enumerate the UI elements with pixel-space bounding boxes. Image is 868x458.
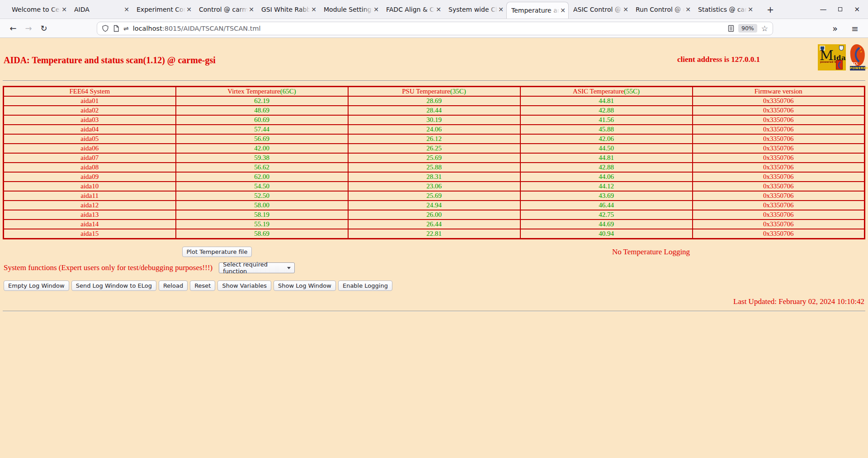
tab-close-icon[interactable]: ✕	[61, 6, 67, 13]
plot-temperature-file-button[interactable]: Plot Temperature file	[182, 247, 252, 257]
chevron-down-icon	[287, 267, 291, 269]
system-cell: aida07	[4, 153, 176, 163]
virtex-cell: 55.19	[176, 220, 348, 229]
browser-tab[interactable]: System wide Che✕	[444, 0, 506, 19]
permissions-icon[interactable]: ⇌	[123, 25, 129, 32]
toolbar-right: » ≡	[827, 21, 863, 36]
psu-cell: 22.81	[348, 229, 520, 239]
tab-close-icon[interactable]: ✕	[685, 6, 691, 13]
firmware-cell: 0x3350706	[693, 201, 865, 210]
function-select[interactable]: Select required function	[219, 262, 295, 273]
psu-cell: 23.06	[348, 182, 520, 191]
asic-cell: 40.94	[520, 229, 693, 239]
reload-icon[interactable]: ↻	[36, 21, 52, 36]
table-row: aida0360.6930.1941.560x3350706	[4, 115, 865, 125]
browser-tab[interactable]: Statistics @ carm✕	[693, 0, 756, 19]
tab-close-icon[interactable]: ✕	[249, 6, 254, 13]
browser-tab[interactable]: Welcome to Cent✕	[7, 0, 70, 19]
system-cell: aida02	[4, 106, 176, 115]
tab-close-icon[interactable]: ✕	[498, 6, 504, 13]
browser-tab[interactable]: Temperature and✕	[506, 2, 569, 19]
maximize-icon[interactable]	[838, 7, 842, 11]
browser-tab[interactable]: Experiment Contr✕	[132, 0, 194, 19]
tab-close-icon[interactable]: ✕	[186, 6, 192, 13]
back-icon[interactable]: ←	[5, 21, 21, 36]
table-row: aida1558.6922.8140.940x3350706	[4, 229, 865, 239]
enable-logging-button[interactable]: Enable Logging	[338, 280, 392, 291]
system-cell: aida11	[4, 191, 176, 201]
tab-close-icon[interactable]: ✕	[748, 6, 753, 13]
tab-title: Experiment Contr	[137, 5, 185, 14]
virtex-cell: 52.50	[176, 191, 348, 201]
page-info-icon[interactable]	[113, 25, 119, 32]
tab-title: Module Settings	[324, 5, 373, 14]
top-divider	[3, 80, 865, 81]
psu-cell: 26.00	[348, 210, 520, 220]
tab-close-icon[interactable]: ✕	[373, 6, 379, 13]
column-header: Virtex Temperature(65C)	[176, 87, 348, 97]
tab-close-icon[interactable]: ✕	[311, 6, 316, 13]
empty-log-window-button[interactable]: Empty Log Window	[4, 280, 69, 291]
virtex-cell: 42.00	[176, 144, 348, 153]
firmware-cell: 0x3350706	[693, 210, 865, 220]
psu-cell: 30.19	[348, 115, 520, 125]
send-log-window-to-elog-button[interactable]: Send Log Window to ELog	[71, 280, 156, 291]
asic-cell: 41.56	[520, 115, 693, 125]
system-cell: aida13	[4, 210, 176, 220]
overflow-menu-icon[interactable]: »	[827, 21, 843, 36]
tab-strip: Welcome to Cent✕AIDA✕Experiment Contr✕Co…	[0, 0, 868, 19]
table-row: aida1455.1926.4444.690x3350706	[4, 220, 865, 229]
window-close-icon[interactable]: ✕	[854, 5, 860, 14]
reader-mode-icon[interactable]	[728, 25, 734, 32]
tcl-logo: TCL POWERED	[850, 44, 865, 70]
forward-icon[interactable]: →	[21, 21, 36, 36]
system-cell: aida08	[4, 163, 176, 172]
reload-button[interactable]: Reload	[159, 280, 188, 291]
browser-tab[interactable]: Control @ carme✕	[194, 0, 257, 19]
tab-title: Run Control @ ca	[636, 5, 684, 14]
psu-cell: 26.44	[348, 220, 520, 229]
tab-title: System wide Che	[448, 5, 497, 14]
virtex-cell: 56.62	[176, 163, 348, 172]
browser-tab[interactable]: FADC Align & Co✕	[382, 0, 444, 19]
bookmark-star-icon[interactable]: ☆	[761, 24, 768, 33]
browser-tab[interactable]: Module Settings✕	[319, 0, 382, 19]
firmware-cell: 0x3350706	[693, 144, 865, 153]
reset-button[interactable]: Reset	[190, 280, 215, 291]
shield-icon[interactable]	[102, 25, 109, 32]
tab-close-icon[interactable]: ✕	[124, 6, 129, 13]
new-tab-button[interactable]: +	[763, 0, 778, 19]
table-row: aida1258.0024.9446.440x3350706	[4, 201, 865, 210]
tab-close-icon[interactable]: ✕	[436, 6, 441, 13]
tab-close-icon[interactable]: ✕	[560, 7, 566, 14]
url-bar[interactable]: ⇌ localhost:8015/AIDA/TSCAN/TSCAN.tml 90…	[97, 22, 773, 35]
system-cell: aida03	[4, 115, 176, 125]
asic-cell: 44.12	[520, 182, 693, 191]
tab-title: FADC Align & Co	[386, 5, 435, 14]
tab-title: Statistics @ carm	[698, 5, 747, 14]
midas-tcl-mini-icon	[836, 60, 843, 70]
browser-tab[interactable]: AIDA✕	[70, 0, 132, 19]
firmware-cell: 0x3350706	[693, 125, 865, 134]
psu-cell: 25.88	[348, 163, 520, 172]
zoom-level-badge[interactable]: 90%	[738, 24, 757, 33]
table-row: aida0248.6928.4442.880x3350706	[4, 106, 865, 115]
url-text[interactable]: localhost:8015/AIDA/TSCAN/TSCAN.tml	[133, 25, 724, 32]
table-row: aida0962.0028.3144.060x3350706	[4, 172, 865, 182]
hamburger-menu-icon[interactable]: ≡	[847, 21, 863, 36]
client-address: client address is 127.0.0.1	[677, 55, 760, 64]
minimize-icon[interactable]: —	[820, 5, 826, 14]
table-row: aida0642.0026.2544.500x3350706	[4, 144, 865, 153]
psu-cell: 28.69	[348, 96, 520, 106]
system-functions-label: System functions (Expert users only for …	[4, 263, 212, 272]
table-row: aida0457.4424.0645.880x3350706	[4, 125, 865, 134]
psu-cell: 28.44	[348, 106, 520, 115]
browser-tab[interactable]: ASIC Control @ c✕	[569, 0, 631, 19]
show-variables-button[interactable]: Show Variables	[217, 280, 271, 291]
system-cell: aida04	[4, 125, 176, 134]
show-log-window-button[interactable]: Show Log Window	[274, 280, 336, 291]
asic-cell: 44.81	[520, 96, 693, 106]
browser-tab[interactable]: GSI White Rabbit✕	[257, 0, 319, 19]
browser-tab[interactable]: Run Control @ ca✕	[631, 0, 693, 19]
tab-close-icon[interactable]: ✕	[623, 6, 628, 13]
